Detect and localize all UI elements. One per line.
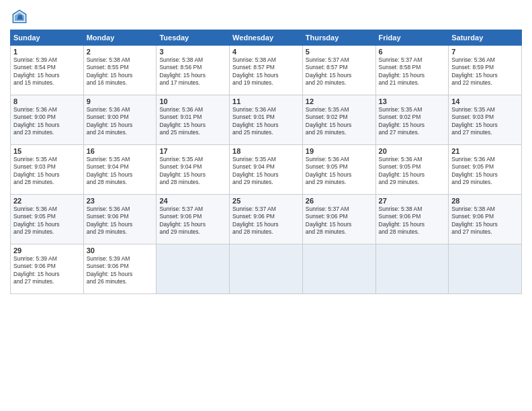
calendar-cell: 23Sunrise: 5:36 AM Sunset: 9:06 PM Dayli…: [83, 195, 157, 244]
day-info: Sunrise: 5:36 AM Sunset: 9:06 PM Dayligh…: [87, 205, 154, 236]
day-info: Sunrise: 5:35 AM Sunset: 9:02 PM Dayligh…: [379, 106, 446, 137]
day-info: Sunrise: 5:38 AM Sunset: 8:56 PM Dayligh…: [159, 56, 226, 87]
weekday-header-friday: Friday: [375, 30, 449, 46]
header: [10, 7, 522, 26]
day-info: Sunrise: 5:39 AM Sunset: 8:54 PM Dayligh…: [13, 56, 81, 87]
weekday-header-monday: Monday: [83, 30, 157, 46]
calendar-cell: 17Sunrise: 5:35 AM Sunset: 9:04 PM Dayli…: [157, 145, 230, 195]
day-number: 27: [379, 197, 446, 205]
day-number: 21: [451, 147, 519, 155]
weekday-header-sunday: Sunday: [11, 30, 84, 46]
calendar-cell: [375, 244, 449, 294]
day-number: 1: [13, 48, 81, 56]
calendar-cell: 15Sunrise: 5:35 AM Sunset: 9:03 PM Dayli…: [11, 145, 84, 195]
calendar-cell: 11Sunrise: 5:36 AM Sunset: 9:01 PM Dayli…: [230, 95, 303, 145]
calendar-cell: 7Sunrise: 5:36 AM Sunset: 8:59 PM Daylig…: [449, 46, 522, 95]
day-info: Sunrise: 5:35 AM Sunset: 9:04 PM Dayligh…: [87, 156, 154, 187]
day-number: 10: [159, 97, 226, 105]
calendar-cell: 12Sunrise: 5:35 AM Sunset: 9:02 PM Dayli…: [302, 95, 375, 145]
calendar-cell: 29Sunrise: 5:39 AM Sunset: 9:06 PM Dayli…: [11, 244, 84, 294]
calendar-cell: 14Sunrise: 5:35 AM Sunset: 9:03 PM Dayli…: [449, 95, 522, 145]
calendar-cell: 22Sunrise: 5:36 AM Sunset: 9:05 PM Dayli…: [11, 195, 84, 244]
day-number: 14: [451, 97, 519, 105]
day-info: Sunrise: 5:36 AM Sunset: 9:05 PM Dayligh…: [306, 156, 373, 187]
day-number: 11: [232, 97, 300, 105]
calendar-cell: 20Sunrise: 5:36 AM Sunset: 9:05 PM Dayli…: [375, 145, 449, 195]
weekday-header-row: SundayMondayTuesdayWednesdayThursdayFrid…: [11, 30, 522, 46]
calendar-cell: 3Sunrise: 5:38 AM Sunset: 8:56 PM Daylig…: [157, 46, 230, 95]
day-info: Sunrise: 5:38 AM Sunset: 9:06 PM Dayligh…: [451, 205, 519, 236]
day-info: Sunrise: 5:35 AM Sunset: 9:02 PM Dayligh…: [306, 106, 373, 137]
calendar-cell: 24Sunrise: 5:37 AM Sunset: 9:06 PM Dayli…: [157, 195, 230, 244]
day-info: Sunrise: 5:38 AM Sunset: 9:06 PM Dayligh…: [379, 205, 446, 236]
day-number: 20: [379, 147, 446, 155]
day-info: Sunrise: 5:36 AM Sunset: 9:05 PM Dayligh…: [379, 156, 446, 187]
week-row-3: 15Sunrise: 5:35 AM Sunset: 9:03 PM Dayli…: [11, 145, 522, 195]
calendar-cell: [449, 244, 522, 294]
calendar-cell: 21Sunrise: 5:36 AM Sunset: 9:05 PM Dayli…: [449, 145, 522, 195]
day-number: 13: [379, 97, 446, 105]
calendar-cell: 5Sunrise: 5:37 AM Sunset: 8:57 PM Daylig…: [302, 46, 375, 95]
calendar-body: 1Sunrise: 5:39 AM Sunset: 8:54 PM Daylig…: [11, 46, 522, 294]
day-number: 28: [451, 197, 519, 205]
calendar-cell: 18Sunrise: 5:35 AM Sunset: 9:04 PM Dayli…: [230, 145, 303, 195]
weekday-header-wednesday: Wednesday: [230, 30, 303, 46]
week-row-1: 1Sunrise: 5:39 AM Sunset: 8:54 PM Daylig…: [11, 46, 522, 95]
weekday-header-saturday: Saturday: [449, 30, 522, 46]
calendar-cell: 4Sunrise: 5:38 AM Sunset: 8:57 PM Daylig…: [230, 46, 303, 95]
day-number: 18: [232, 147, 300, 155]
day-info: Sunrise: 5:37 AM Sunset: 8:57 PM Dayligh…: [306, 56, 373, 87]
calendar-header: SundayMondayTuesdayWednesdayThursdayFrid…: [11, 30, 522, 46]
calendar-cell: [157, 244, 230, 294]
weekday-header-thursday: Thursday: [302, 30, 375, 46]
day-number: 2: [87, 48, 154, 56]
calendar-cell: 13Sunrise: 5:35 AM Sunset: 9:02 PM Dayli…: [375, 95, 449, 145]
day-number: 26: [306, 197, 373, 205]
day-info: Sunrise: 5:36 AM Sunset: 8:59 PM Dayligh…: [451, 56, 519, 87]
day-info: Sunrise: 5:39 AM Sunset: 9:06 PM Dayligh…: [13, 255, 81, 286]
calendar-cell: 28Sunrise: 5:38 AM Sunset: 9:06 PM Dayli…: [449, 195, 522, 244]
calendar-cell: 2Sunrise: 5:38 AM Sunset: 8:55 PM Daylig…: [83, 46, 157, 95]
day-info: Sunrise: 5:35 AM Sunset: 9:04 PM Dayligh…: [232, 156, 300, 187]
calendar-cell: 19Sunrise: 5:36 AM Sunset: 9:05 PM Dayli…: [302, 145, 375, 195]
day-info: Sunrise: 5:36 AM Sunset: 9:00 PM Dayligh…: [13, 106, 81, 137]
calendar-cell: 6Sunrise: 5:37 AM Sunset: 8:58 PM Daylig…: [375, 46, 449, 95]
day-info: Sunrise: 5:38 AM Sunset: 8:57 PM Dayligh…: [232, 56, 300, 87]
day-number: 6: [379, 48, 446, 56]
day-number: 4: [232, 48, 300, 56]
day-number: 22: [13, 197, 81, 205]
day-number: 19: [306, 147, 373, 155]
calendar-cell: [230, 244, 303, 294]
day-info: Sunrise: 5:36 AM Sunset: 9:00 PM Dayligh…: [87, 106, 154, 137]
calendar-table: SundayMondayTuesdayWednesdayThursdayFrid…: [10, 30, 522, 294]
week-row-2: 8Sunrise: 5:36 AM Sunset: 9:00 PM Daylig…: [11, 95, 522, 145]
calendar-cell: 9Sunrise: 5:36 AM Sunset: 9:00 PM Daylig…: [83, 95, 157, 145]
week-row-5: 29Sunrise: 5:39 AM Sunset: 9:06 PM Dayli…: [11, 244, 522, 294]
day-info: Sunrise: 5:37 AM Sunset: 8:58 PM Dayligh…: [379, 56, 446, 87]
day-number: 3: [159, 48, 226, 56]
day-number: 16: [87, 147, 154, 155]
day-number: 5: [306, 48, 373, 56]
day-info: Sunrise: 5:36 AM Sunset: 9:05 PM Dayligh…: [451, 156, 519, 187]
day-number: 30: [87, 246, 154, 255]
day-number: 23: [87, 197, 154, 205]
calendar-cell: 8Sunrise: 5:36 AM Sunset: 9:00 PM Daylig…: [11, 95, 84, 145]
day-number: 25: [232, 197, 300, 205]
week-row-4: 22Sunrise: 5:36 AM Sunset: 9:05 PM Dayli…: [11, 195, 522, 244]
calendar-cell: 10Sunrise: 5:36 AM Sunset: 9:01 PM Dayli…: [157, 95, 230, 145]
day-info: Sunrise: 5:37 AM Sunset: 9:06 PM Dayligh…: [306, 205, 373, 236]
day-info: Sunrise: 5:35 AM Sunset: 9:03 PM Dayligh…: [451, 106, 519, 137]
day-number: 15: [13, 147, 81, 155]
calendar-cell: 27Sunrise: 5:38 AM Sunset: 9:06 PM Dayli…: [375, 195, 449, 244]
calendar-cell: 16Sunrise: 5:35 AM Sunset: 9:04 PM Dayli…: [83, 145, 157, 195]
day-number: 7: [451, 48, 519, 56]
calendar-page: SundayMondayTuesdayWednesdayThursdayFrid…: [0, 0, 532, 411]
day-number: 9: [87, 97, 154, 105]
calendar-cell: [302, 244, 375, 294]
logo-icon: [10, 7, 29, 26]
day-number: 17: [159, 147, 226, 155]
day-number: 12: [306, 97, 373, 105]
logo: [10, 7, 32, 26]
day-number: 29: [13, 246, 81, 255]
day-info: Sunrise: 5:35 AM Sunset: 9:04 PM Dayligh…: [159, 156, 226, 187]
